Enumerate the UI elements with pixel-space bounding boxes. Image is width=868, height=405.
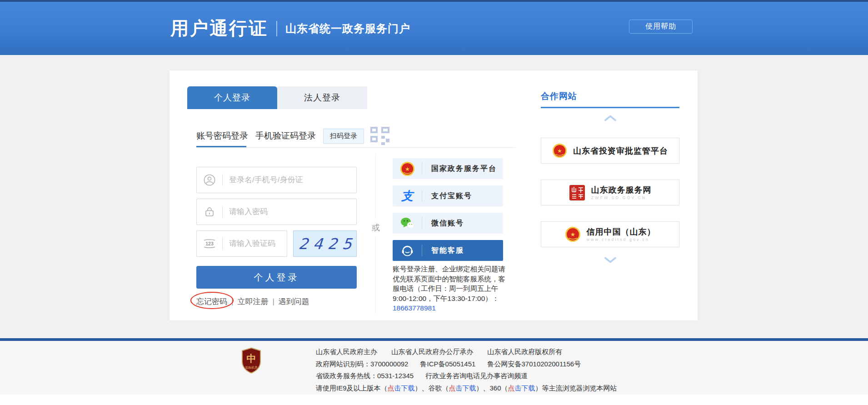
- register-link[interactable]: 立即注册: [237, 296, 268, 307]
- svg-text:★: ★: [405, 165, 409, 171]
- download-link-chrome[interactable]: 点: [449, 384, 456, 392]
- link-separator: |: [231, 297, 233, 306]
- page-subtitle: 山东省统一政务服务门户: [285, 21, 410, 36]
- method-password-login[interactable]: 账号密码登录: [196, 130, 248, 142]
- service-note-text: 账号登录注册、企业绑定相关问题请优先联系页面中的智能客服系统，客服电话（工作日：…: [393, 265, 505, 302]
- page-title: 用户通行证: [170, 16, 268, 41]
- submit-login-button[interactable]: 个人登录: [196, 266, 357, 289]
- captcha-input[interactable]: [223, 239, 287, 248]
- captcha-digits: 2425: [293, 235, 357, 253]
- forgot-password-link[interactable]: 忘记密码: [196, 297, 227, 306]
- footer-line-3: 省级政务服务热线：0531-12345 行政业务咨询电话见办事咨询频道: [316, 370, 617, 382]
- browser-note-text: ）等主流浏览器浏览本网站: [535, 384, 617, 392]
- user-icon: [197, 174, 222, 186]
- tab-legal-login[interactable]: 法人登录: [277, 86, 367, 109]
- login-form: 123 2425 个人登录 忘记密码 | 立即注册 |: [196, 167, 357, 307]
- footer-security-record: 鲁公网安备37010202001156号: [488, 360, 581, 368]
- option-divider: [422, 217, 422, 229]
- partner-name: 信用中国（山东）: [587, 227, 656, 236]
- footer-sponsor: 山东省人民政府主办: [316, 348, 377, 355]
- browser-note-text: ）、谷歌（: [415, 384, 449, 392]
- download-link-chrome[interactable]: 击下载: [456, 384, 476, 392]
- footer-undertaker: 山东省人民政府办公厅承办: [391, 348, 473, 355]
- chevron-down-icon[interactable]: [541, 257, 679, 263]
- alternative-logins: ★ 国家政务服务平台 支 支付宝账号: [393, 158, 503, 267]
- svg-text:中: 中: [247, 353, 256, 364]
- footer-icp: 鲁ICP备05051451: [420, 360, 476, 368]
- password-input[interactable]: [223, 207, 356, 216]
- brand: 用户通行证 山东省统一政务服务门户: [170, 2, 410, 55]
- username-field-wrap: [196, 167, 357, 193]
- link-separator: |: [272, 297, 274, 306]
- username-input[interactable]: [223, 175, 356, 185]
- partner-sites-panel: 合作网站 ★ 山东省投资审批监管平台: [541, 90, 679, 300]
- national-emblem-icon: ★: [565, 226, 581, 242]
- browser-note-text: ）、360（: [476, 384, 508, 392]
- alt-login-alipay[interactable]: 支 支付宝账号: [393, 185, 503, 206]
- captcha-image[interactable]: 2425: [293, 230, 357, 257]
- customer-service-icon: [393, 244, 422, 257]
- partner-name: 山东政务服务网: [591, 185, 652, 195]
- footer: 中 党政机关 山东省人民政府主办 山东省人民政府办公厅承办 山东省人民政府版权所…: [0, 341, 868, 395]
- download-link-360[interactable]: 击下载: [515, 384, 535, 392]
- chevron-up-icon[interactable]: [541, 115, 679, 121]
- partner-name: 山东省投资审批监管平台: [573, 146, 668, 155]
- seal-icon: [569, 185, 585, 201]
- alt-login-label: 微信账号: [431, 219, 464, 228]
- login-type-tabs: 个人登录 法人登录: [187, 86, 367, 109]
- method-scan-login[interactable]: 扫码登录: [323, 129, 364, 144]
- footer-line-2: 政府网站识别码：3700000092 鲁ICP备05051451 鲁公网安备37…: [316, 358, 617, 370]
- national-emblem-icon: ★: [393, 161, 422, 176]
- captcha-123-icon: 123: [197, 238, 222, 249]
- partner-card-investment-platform[interactable]: ★ 山东省投资审批监管平台: [541, 138, 679, 164]
- method-tabs-divider: [196, 147, 516, 148]
- footer-text: 山东省人民政府主办 山东省人民政府办公厅承办 山东省人民政府版权所有 政府网站识…: [316, 346, 617, 394]
- captcha-field-wrap: 123: [196, 230, 287, 257]
- alt-login-label: 智能客服: [431, 246, 464, 255]
- footer-hotline: 省级政务服务热线：0531-12345: [316, 372, 414, 380]
- option-divider: [422, 190, 422, 202]
- service-phone-link[interactable]: 18663778981: [393, 304, 436, 312]
- partner-card-zwfw[interactable]: 山东政务服务网 ZWFW.SD.GOV.CN: [541, 180, 679, 205]
- browser-note-text: 请使用IE9及以上版本（: [316, 384, 388, 392]
- alt-login-national-platform[interactable]: ★ 国家政务服务平台: [393, 158, 503, 179]
- helper-links: 忘记密码 | 立即注册 | 遇到问题: [196, 296, 357, 307]
- brand-divider: [276, 21, 277, 36]
- svg-text:★: ★: [570, 231, 575, 238]
- alt-login-wechat[interactable]: 微信账号: [393, 213, 503, 234]
- partner-title-underline: [541, 107, 679, 108]
- svg-text:党政机关: 党政机关: [245, 365, 258, 370]
- footer-line-4: 请使用IE9及以上版本（点击下载）、谷歌（点击下载）、360（点击下载）等主流浏…: [316, 382, 617, 395]
- download-link-ie[interactable]: 点: [388, 384, 394, 392]
- help-button[interactable]: 使用帮助: [629, 20, 693, 34]
- trouble-link[interactable]: 遇到问题: [279, 296, 309, 307]
- footer-copyright: 山东省人民政府版权所有: [487, 348, 562, 355]
- partner-card-credit-china[interactable]: ★ 信用中国（山东） www.creditsd.gov.cn: [541, 221, 679, 247]
- header: 用户通行证 山东省统一政务服务门户 使用帮助: [0, 2, 868, 55]
- partner-sites-title: 合作网站: [541, 90, 577, 102]
- qr-code-icon[interactable]: [370, 127, 389, 145]
- svg-text:★: ★: [557, 148, 562, 154]
- password-field-wrap: [196, 199, 357, 225]
- alt-login-label: 支付宝账号: [431, 191, 472, 201]
- login-method-tabs: 账号密码登录 手机验证码登录 扫码登录: [196, 126, 389, 146]
- lock-icon: [197, 206, 222, 218]
- footer-consult-note: 行政业务咨询电话见办事咨询频道: [425, 372, 528, 380]
- option-divider: [422, 245, 422, 256]
- captcha-row: 123 2425: [196, 230, 357, 262]
- service-note: 账号登录注册、企业绑定相关问题请优先联系页面中的智能客服系统，客服电话（工作日：…: [393, 264, 511, 313]
- alt-login-label: 国家政务服务平台: [431, 164, 497, 174]
- method-sms-login[interactable]: 手机验证码登录: [255, 130, 316, 142]
- download-link-360[interactable]: 点: [508, 384, 515, 392]
- partner-url: ZWFW.SD.GOV.CN: [591, 195, 652, 200]
- download-link-ie[interactable]: 击下载: [394, 384, 415, 392]
- option-divider: [422, 163, 422, 175]
- tab-personal-login[interactable]: 个人登录: [187, 86, 277, 109]
- or-label: 或: [370, 219, 381, 237]
- svg-text:123: 123: [205, 241, 214, 246]
- alt-login-smart-service[interactable]: 智能客服: [393, 240, 503, 261]
- partner-url: www.creditsd.gov.cn: [587, 237, 656, 242]
- login-card: 个人登录 法人登录 账号密码登录 手机验证码登录 扫码登录: [170, 70, 698, 320]
- bottom-white-strip: [0, 395, 868, 405]
- footer-site-id: 政府网站识别码：3700000092: [316, 360, 408, 368]
